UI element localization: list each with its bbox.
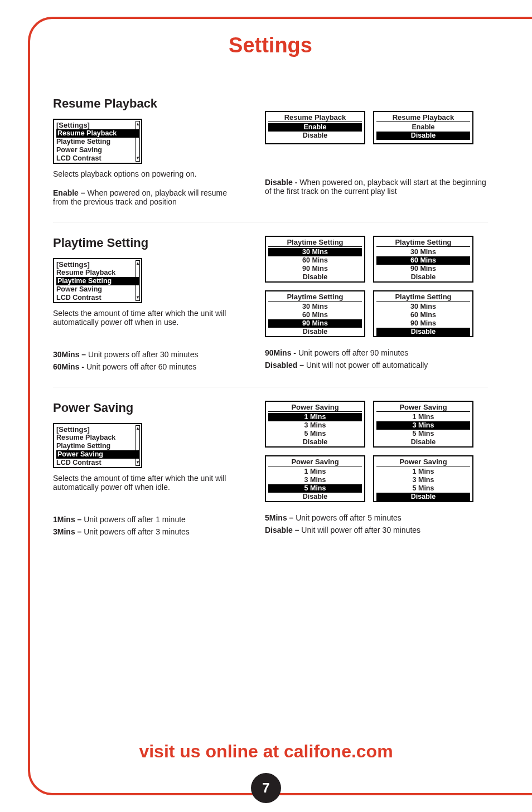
lcd-title: Playtime Setting: [268, 291, 362, 302]
lcd-option: Enable: [268, 123, 362, 132]
scroll-down-icon: ▼: [136, 156, 140, 161]
text: Unit will power off after 30 minutes: [299, 526, 420, 534]
label: Disabled –: [265, 361, 304, 369]
text: Unit powers off after 30 minutes: [86, 350, 198, 359]
lcd-option: 30 Mins: [374, 303, 472, 311]
lcd-title: Playtime Setting: [376, 237, 470, 247]
label: 3Mins –: [53, 527, 81, 536]
playtime-lcd-disable: Playtime Setting 30 Mins 60 Mins 90 Mins…: [373, 290, 473, 337]
lcd-scrollbar: ▲ ▼: [136, 260, 140, 301]
scroll-up-icon: ▲: [136, 261, 140, 266]
settings-menu-lcd-power: [Settings] Resume Playback Playtime Sett…: [53, 423, 142, 468]
power-saving-section: Power Saving [Settings] Resume Playback …: [53, 401, 488, 539]
lcd-option: Disable: [376, 132, 470, 140]
lcd-option: Disable: [376, 328, 470, 336]
menu-item: LCD Contrast: [54, 294, 141, 302]
menu-item: Resume Playback: [54, 434, 141, 442]
lcd-title: Power Saving: [268, 456, 362, 466]
resume-description: Selects playback options on powering on.: [53, 169, 243, 178]
lcd-header: [Settings]: [54, 259, 141, 269]
lcd-option: 90 Mins: [374, 265, 472, 273]
resume-heading: Resume Playback: [53, 96, 243, 111]
text: Unit will not power off automatically: [304, 361, 428, 369]
menu-item: Power Saving: [56, 450, 139, 459]
lcd-option: 5 Mins: [374, 430, 472, 438]
lcd-option: 1 Mins: [266, 468, 364, 476]
lcd-title: Power Saving: [268, 402, 362, 412]
menu-item: Playtime Setting: [56, 277, 139, 285]
lcd-option: Disable: [266, 493, 364, 501]
lcd-option: 90 Mins: [374, 319, 472, 328]
label: 90Mins -: [265, 348, 296, 357]
lcd-option: Disable: [266, 438, 364, 446]
footer-text: visit us online at califone.com: [139, 741, 393, 761]
menu-item: Playtime Setting: [54, 442, 141, 450]
lcd-option: 5 Mins: [374, 484, 472, 493]
text: Unit powers off after 90 minutes: [296, 348, 408, 357]
settings-menu-lcd-playtime: [Settings] Resume Playback Playtime Sett…: [53, 258, 142, 303]
page-title: Settings: [53, 33, 488, 57]
scroll-down-icon: ▼: [136, 295, 140, 300]
resume-disable-note: Disable - When powered on, playback will…: [265, 178, 488, 196]
page-content: Settings Resume Playback [Settings] Resu…: [53, 33, 488, 539]
lcd-title: Power Saving: [376, 456, 470, 466]
playtime-lcd-30: Playtime Setting 30 Mins 60 Mins 90 Mins…: [265, 236, 365, 283]
text: Unit powers off after 1 minute: [81, 515, 186, 524]
lcd-title: Resume Playback: [268, 112, 362, 122]
divider: [53, 222, 488, 222]
playtime-lcd-90: Playtime Setting 30 Mins 60 Mins 90 Mins…: [265, 290, 365, 337]
page-number-wrap: 7: [0, 773, 532, 803]
lcd-title: Resume Playback: [376, 112, 470, 122]
playtime-disable-note: Disabled – Unit will not power off autom…: [265, 361, 488, 369]
lcd-option: 60 Mins: [266, 311, 364, 319]
text: Unit powers off after 5 minutes: [293, 513, 402, 522]
menu-item: Resume Playback: [54, 269, 141, 277]
power-disable-note: Disable – Unit will power off after 30 m…: [265, 526, 488, 534]
resume-lcd-disable: Resume Playback Enable Disable: [373, 111, 473, 144]
power-lcd-3: Power Saving 1 Mins 3 Mins 5 Mins Disabl…: [373, 401, 473, 448]
lcd-title: Playtime Setting: [376, 291, 470, 302]
playtime-90-note: 90Mins - Unit powers off after 90 minute…: [265, 348, 488, 357]
resume-enable-note: Enable – When powered on, playback will …: [53, 188, 243, 206]
lcd-header: [Settings]: [54, 120, 141, 129]
lcd-option: 60 Mins: [266, 256, 364, 265]
text: Unit powers off after 60 minutes: [84, 362, 196, 371]
scroll-down-icon: ▼: [136, 460, 140, 465]
power-5min-note: 5Mins – Unit powers off after 5 minutes: [265, 513, 488, 522]
lcd-option: Disable: [376, 493, 470, 501]
lcd-option: 3 Mins: [374, 476, 472, 484]
menu-item: Power Saving: [54, 285, 141, 294]
playtime-section: Playtime Setting [Settings] Resume Playb…: [53, 236, 488, 375]
menu-item: Playtime Setting: [54, 138, 141, 146]
lcd-option: 1 Mins: [374, 413, 472, 421]
label: 1Mins –: [53, 515, 81, 524]
lcd-option: 3 Mins: [266, 476, 364, 484]
divider: [53, 387, 488, 387]
lcd-option: 90 Mins: [266, 265, 364, 273]
lcd-option: Disable: [266, 328, 364, 336]
lcd-option: 60 Mins: [376, 256, 470, 265]
scroll-up-icon: ▲: [136, 426, 140, 431]
playtime-30-note: 30Mins – Unit powers off after 30 minute…: [53, 350, 243, 359]
scroll-up-icon: ▲: [136, 122, 140, 127]
lcd-scrollbar: ▲ ▼: [136, 425, 140, 466]
power-1min-note: 1Mins – Unit powers off after 1 minute: [53, 515, 243, 524]
lcd-option: Disable: [266, 132, 364, 140]
lcd-option: 30 Mins: [268, 248, 362, 256]
menu-item: Power Saving: [54, 146, 141, 154]
lcd-option: 90 Mins: [268, 319, 362, 328]
lcd-title: Playtime Setting: [268, 237, 362, 247]
power-description: Selects the amount of time after which t…: [53, 474, 243, 492]
menu-item: LCD Contrast: [54, 459, 141, 467]
menu-item: Resume Playback: [56, 129, 139, 138]
page-number: 7: [251, 773, 281, 803]
settings-menu-lcd-resume: [Settings] Resume Playback Playtime Sett…: [53, 119, 142, 164]
lcd-scrollbar: ▲ ▼: [136, 121, 140, 162]
lcd-option: Disable: [266, 273, 364, 281]
label: 5Mins –: [265, 513, 293, 522]
power-lcd-1: Power Saving 1 Mins 3 Mins 5 Mins Disabl…: [265, 401, 365, 448]
lcd-option: Disable: [374, 438, 472, 446]
lcd-option: 30 Mins: [374, 248, 472, 256]
lcd-option: 30 Mins: [266, 303, 364, 311]
lcd-option: Enable: [374, 123, 472, 132]
